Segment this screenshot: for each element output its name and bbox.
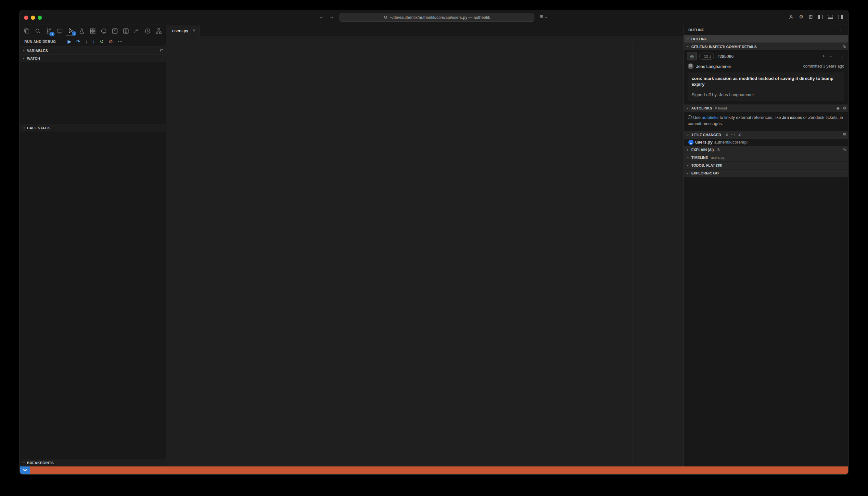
toggle-secondary-sidebar-icon[interactable] [838,15,843,19]
commit-message: core: mark session as modified instead o… [692,76,840,87]
pull-requests-icon[interactable] [110,27,119,35]
activity-bar: 121 [20,25,166,37]
run-and-debug-icon[interactable]: 1 [66,27,75,35]
zoom-window-button[interactable] [38,16,42,20]
tab-bar: users.py ✕ [166,25,683,36]
close-tab-icon[interactable]: ✕ [192,28,196,33]
beaker-icon: ⚗ [717,148,720,152]
profile-switcher[interactable]: ⊞ ⌄ [540,14,548,19]
title-bar: ← → ~/dev/authentik/authentik/core/api/u… [20,10,848,25]
github-icon[interactable] [99,27,108,35]
commit-when: committed 3 years ago [803,64,844,68]
commit-message-card: core: mark session as modified instead o… [688,73,844,101]
code-editor[interactable] [166,43,683,466]
search-icon[interactable] [33,27,42,35]
avatar [688,63,694,69]
breakpoints-section: ›BREAKPOINTS [20,459,166,466]
kebab-icon[interactable]: ⋮ [841,53,845,59]
secondary-sidebar: OUTLINE ⋯ ›OUTLINE ›GITLENS: INSPECT: CO… [683,25,848,466]
autolinks-info: ⓘ Use autolinks to linkify external refe… [684,112,848,131]
run-and-debug-title: RUN AND DEBUG [25,40,56,44]
window-controls [24,16,42,20]
github-pull-requests-icon[interactable] [122,27,130,35]
todos-section-header[interactable]: ›TODOS: FLAT (39) [684,161,848,169]
run-and-debug-badge: 1 [72,31,76,36]
working-changes-pill[interactable]: 12 ± [699,52,714,60]
autolinks-add-icon[interactable]: ◆ [837,106,839,110]
autolinks-section-header[interactable]: ›AUTOLINKS 0 found ◆⚙ [684,104,848,112]
overview-ruler [680,43,683,466]
settings-gear-icon[interactable]: ⚙ [799,14,803,20]
restart-button[interactable]: ↺ [100,38,104,45]
customize-layout-icon[interactable]: ⊞ [808,14,813,20]
toggle-panel-icon[interactable] [828,15,833,19]
tab-users-py[interactable]: users.py ✕ [166,25,200,36]
files-changed-section-header[interactable]: ›1 FILE CHANGED +0 ~1 -0 ☰ [684,131,848,139]
minimap[interactable] [632,43,680,466]
step-into-button[interactable]: ↓ [85,38,88,45]
refresh-icon[interactable]: ↻ [843,45,846,49]
disconnect-button[interactable]: ⊘ [109,38,113,45]
navigate-back-icon[interactable]: ← [319,14,324,20]
vscode-window: ← → ~/dev/authentik/authentik/core/api/u… [19,10,849,475]
gitlens-icon[interactable]: ◎ [687,52,697,60]
more-button[interactable]: ⋯ [118,38,123,45]
command-center[interactable]: ~/dev/authentik/authentik/core/api/users… [340,13,534,22]
gitlens-section-header[interactable]: ›GITLENS: INSPECT: COMMIT DETAILS ↻ [684,43,848,50]
commit-author-row[interactable]: Jens Langhammer committed 3 years ago [684,62,848,71]
step-over-button[interactable]: ↷ [76,38,80,45]
variables-section-header[interactable]: ›VARIABLES [20,46,166,54]
copy-icon[interactable] [159,48,164,52]
step-out-button[interactable]: ↑ [93,38,95,45]
extensions-icon[interactable] [88,27,97,35]
remote-indicator[interactable]: >< [20,466,30,474]
back-icon[interactable]: ← [829,53,833,59]
debug-toolbar: ▶↷↓↑↺⊘⋯ [67,38,123,45]
more-actions-icon[interactable]: ⋯ [840,28,843,32]
debug-sidebar: 121 RUN AND DEBUG ▶↷↓↑↺⊘⋯ ›VARIABLES ›WA… [20,25,166,466]
explorer-go-section-header[interactable]: ›EXPLORER: GO [684,169,848,177]
navigate-forward-icon[interactable]: → [329,14,334,20]
remote-explorer-icon[interactable] [56,27,64,35]
gitlens-commit-bar: ◎ 12 ± f285096 ⌖ ← ⋮ [684,50,848,62]
breadcrumb [166,36,683,43]
live-share-icon[interactable] [132,27,141,35]
source-control-icon[interactable]: 12 [45,27,53,35]
continue-button[interactable]: ▶ [67,38,72,45]
breakpoints-section-header[interactable]: ›BREAKPOINTS [20,459,166,466]
timeline-icon[interactable] [143,27,152,35]
close-window-button[interactable] [24,16,28,20]
commit-author: Jens Langhammer [696,64,731,69]
watch-section-header[interactable]: ›WATCH [20,54,166,62]
files-icon[interactable] [22,27,31,35]
pin-icon[interactable]: ⌖ [822,53,825,59]
editor-group: users.py ✕ [166,25,683,466]
minimize-window-button[interactable] [31,16,35,20]
commit-signoff: Signed-off-by: Jens Langhammer [692,92,840,98]
commit-hash[interactable]: f285096 [717,54,733,59]
explain-ai-section-header[interactable]: ›EXPLAIN (AI) ⚗ ✎ [684,146,848,154]
account-icon[interactable] [789,14,794,19]
status-bar: >< [20,466,848,474]
comment-icon[interactable]: ✎ [843,148,846,152]
source-control-badge: 12 [49,32,55,36]
project-manager-icon[interactable] [154,27,163,35]
changed-file-row[interactable]: ± users.py authentik/core/api [684,139,848,146]
jira-issues-link[interactable]: Jira issues [782,115,802,120]
outline-section-header[interactable]: ›OUTLINE [684,35,848,43]
autolinks-settings-icon[interactable]: ⚙ [843,106,846,110]
toggle-primary-sidebar-icon[interactable] [818,15,823,19]
outline-pane-title: OUTLINE [688,28,704,32]
autolinks-link[interactable]: autolinks [702,115,718,120]
watch-body [20,62,166,124]
testing-icon[interactable] [77,27,86,35]
search-icon [384,15,388,19]
file-modified-icon: ± [688,140,694,145]
tab-label: users.py [172,28,188,33]
timeline-section-header[interactable]: ›TIMELINE users.py [684,154,848,161]
view-as-tree-icon[interactable]: ☰ [843,133,846,137]
call-stack-section-header[interactable]: ›CALL STACK [20,124,166,131]
command-center-text: ~/dev/authentik/authentik/core/api/users… [390,15,490,20]
